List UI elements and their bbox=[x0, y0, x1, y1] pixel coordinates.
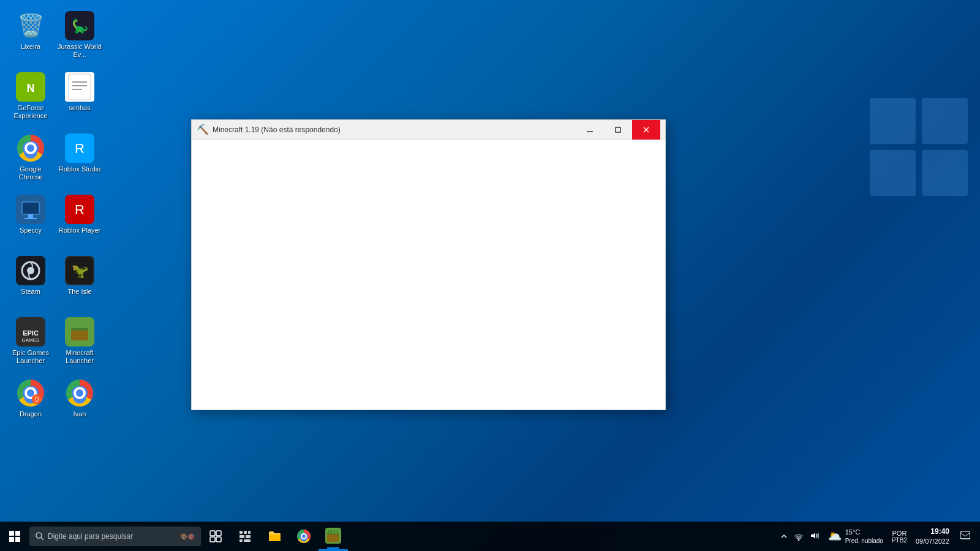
desktop-icon-ivan[interactable]: Ivan bbox=[55, 373, 104, 435]
jurassic-label: Jurassic World Ev... bbox=[58, 43, 102, 59]
minecraft-taskbar-icon bbox=[325, 528, 341, 544]
notification-center[interactable] bbox=[956, 522, 975, 551]
senhas-label: senhas bbox=[69, 104, 90, 112]
svg-point-54 bbox=[36, 533, 42, 538]
taskbar-weather[interactable]: 🌥️ 15°C Pred. nublado bbox=[823, 528, 888, 544]
svg-point-45 bbox=[76, 389, 83, 397]
tray-expand-icon bbox=[780, 533, 788, 540]
window-titlebar[interactable]: ⛏️ Minecraft 1.19 (Não está respondendo) bbox=[192, 120, 665, 140]
desktop-icon-roblox-player[interactable]: R Roblox Player bbox=[55, 190, 104, 251]
taskbar-task-view[interactable] bbox=[201, 522, 230, 551]
taskbar-search[interactable]: 🎨🎯 bbox=[29, 527, 201, 546]
close-button[interactable] bbox=[632, 120, 660, 140]
minecraft-window: ⛏️ Minecraft 1.19 (Não está respondendo) bbox=[191, 119, 666, 410]
desktop-icon-dragon[interactable]: D Dragon bbox=[6, 373, 55, 435]
weather-temp: 15°C bbox=[845, 528, 883, 536]
svg-rect-66 bbox=[244, 539, 251, 542]
svg-rect-50 bbox=[9, 531, 14, 536]
window-icon: ⛏️ bbox=[197, 124, 209, 135]
clock-date: 09/07/2022 bbox=[916, 537, 949, 546]
widgets-icon bbox=[239, 530, 251, 542]
svg-rect-57 bbox=[216, 531, 221, 536]
dragon-label: Dragon bbox=[20, 410, 42, 418]
taskbar-minecraft[interactable] bbox=[318, 522, 348, 551]
maximize-button[interactable] bbox=[604, 120, 632, 140]
chrome-taskbar-icon bbox=[296, 529, 311, 544]
svg-rect-62 bbox=[248, 531, 251, 534]
svg-text:R: R bbox=[75, 141, 85, 156]
svg-rect-21 bbox=[24, 218, 37, 219]
taskbar-file-explorer[interactable] bbox=[260, 522, 289, 551]
network-icon bbox=[794, 531, 804, 541]
language-indicator[interactable]: POR PTB2 bbox=[889, 530, 910, 544]
desktop-icons: 🗑️ Lixeira 🦕 Jurassic World Ev... N GeFo… bbox=[6, 6, 104, 435]
system-tray[interactable] bbox=[778, 533, 790, 540]
svg-rect-80 bbox=[960, 531, 970, 539]
steam-icon bbox=[16, 256, 45, 285]
window-title-left: ⛏️ Minecraft 1.19 (Não está respondendo) bbox=[197, 124, 341, 135]
roblox-player-icon: R bbox=[65, 195, 94, 224]
geforce-icon: N bbox=[16, 72, 45, 102]
volume-icon-container[interactable] bbox=[807, 531, 822, 542]
windows-logo-watermark bbox=[858, 61, 980, 367]
desktop-icon-jurassic[interactable]: 🦕 Jurassic World Ev... bbox=[55, 6, 104, 67]
svg-rect-56 bbox=[210, 531, 215, 536]
svg-rect-0 bbox=[870, 98, 916, 144]
svg-text:N: N bbox=[27, 82, 35, 94]
volume-icon bbox=[810, 531, 820, 541]
svg-rect-73 bbox=[327, 534, 339, 542]
roblox-studio-label: Roblox Studio bbox=[59, 165, 101, 173]
desktop-icon-lixeira[interactable]: 🗑️ Lixeira bbox=[6, 6, 55, 67]
task-view-icon bbox=[209, 530, 222, 542]
taskbar-widgets[interactable] bbox=[230, 522, 260, 551]
roblox-player-label: Roblox Player bbox=[59, 227, 100, 234]
search-extras: 🎨🎯 bbox=[180, 533, 195, 540]
svg-text:EPIC: EPIC bbox=[23, 329, 39, 337]
desktop-icon-steam[interactable]: Steam bbox=[6, 251, 55, 312]
chrome-icon bbox=[16, 133, 45, 163]
svg-point-79 bbox=[797, 539, 799, 541]
weather-condition: Pred. nublado bbox=[845, 537, 883, 545]
search-field[interactable] bbox=[48, 532, 170, 541]
roblox-studio-icon: R bbox=[65, 133, 94, 163]
svg-rect-78 bbox=[337, 530, 338, 533]
file-explorer-icon bbox=[268, 530, 281, 543]
svg-rect-8 bbox=[69, 74, 91, 100]
desktop-icon-isle[interactable]: 🦖 The Isle bbox=[55, 251, 104, 312]
svg-line-55 bbox=[41, 538, 43, 540]
svg-rect-64 bbox=[246, 535, 251, 538]
lixeira-label: Lixeira bbox=[21, 43, 40, 51]
chrome-label: Google Chrome bbox=[9, 165, 53, 181]
minimize-button[interactable] bbox=[576, 120, 604, 140]
svg-text:GAMES: GAMES bbox=[22, 337, 40, 343]
svg-rect-76 bbox=[331, 530, 332, 533]
svg-rect-34 bbox=[71, 331, 88, 340]
taskbar-chrome[interactable] bbox=[289, 522, 318, 551]
svg-point-15 bbox=[27, 144, 34, 152]
desktop-icon-roblox-studio[interactable]: R Roblox Studio bbox=[55, 129, 104, 190]
weather-icon: 🌥️ bbox=[828, 530, 842, 543]
desktop-icon-epic[interactable]: EPIC GAMES Epic Games Launcher bbox=[6, 312, 55, 373]
taskbar-clock[interactable]: 19:40 09/07/2022 bbox=[911, 527, 954, 546]
start-button[interactable] bbox=[0, 522, 29, 551]
desktop: 🗑️ Lixeira 🦕 Jurassic World Ev... N GeFo… bbox=[0, 0, 980, 551]
svg-point-70 bbox=[302, 534, 306, 538]
desktop-icon-speccy[interactable]: Speccy bbox=[6, 190, 55, 251]
weather-info: 15°C Pred. nublado bbox=[845, 528, 883, 544]
taskbar-right: 🌥️ 15°C Pred. nublado POR PTB2 19:40 09/… bbox=[778, 522, 980, 551]
desktop-icon-geforce[interactable]: N GeForce Experience bbox=[6, 67, 55, 129]
svg-rect-53 bbox=[15, 537, 20, 542]
svg-rect-77 bbox=[334, 530, 335, 533]
language-code: POR bbox=[892, 530, 907, 537]
svg-rect-65 bbox=[239, 539, 243, 542]
svg-rect-20 bbox=[28, 214, 33, 218]
network-icon-container[interactable] bbox=[791, 531, 806, 542]
desktop-icon-minecraft[interactable]: Minecraft Launcher bbox=[55, 312, 104, 373]
dragon-icon: D bbox=[16, 378, 45, 408]
steam-label: Steam bbox=[21, 288, 40, 296]
svg-rect-19 bbox=[22, 202, 39, 214]
desktop-icon-chrome[interactable]: Google Chrome bbox=[6, 129, 55, 190]
ivan-icon bbox=[65, 378, 94, 408]
desktop-icon-senhas[interactable]: senhas bbox=[55, 67, 104, 129]
window-controls bbox=[576, 120, 660, 140]
